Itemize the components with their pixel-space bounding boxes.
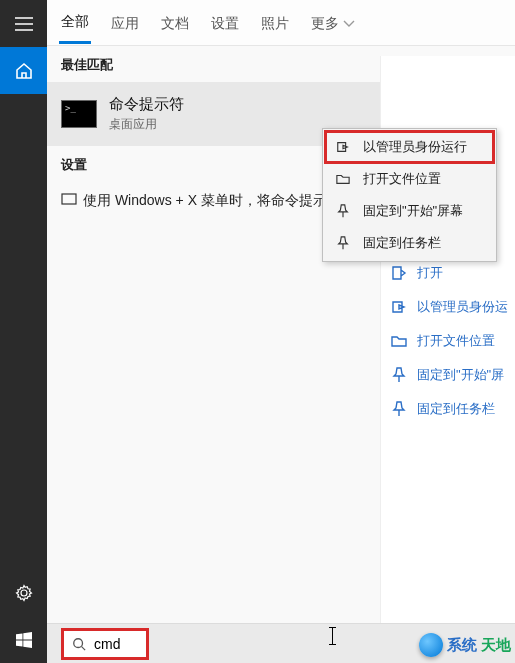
hamburger-icon: [15, 17, 33, 31]
settings-button[interactable]: [0, 569, 47, 616]
context-item-pin-taskbar[interactable]: 固定到任务栏: [325, 227, 494, 259]
context-item-label: 打开文件位置: [363, 170, 441, 188]
detail-link-label: 固定到"开始"屏: [417, 366, 504, 384]
tab-photos[interactable]: 照片: [259, 3, 291, 43]
search-input[interactable]: [94, 636, 138, 652]
home-icon: [15, 62, 33, 80]
settings-item-icon: [61, 193, 77, 205]
pin-start-icon: [336, 204, 350, 218]
context-menu: 以管理员身份运行 打开文件位置 固定到"开始"屏幕 固定到任务栏: [322, 128, 497, 262]
site-watermark: 系统天地: [419, 633, 511, 657]
svg-rect-0: [62, 194, 76, 204]
folder-open-icon: [336, 172, 350, 186]
cmd-icon: [61, 100, 97, 128]
pin-taskbar-icon: [391, 401, 407, 417]
context-item-label: 固定到任务栏: [363, 234, 441, 252]
detail-link-label: 固定到任务栏: [417, 400, 495, 418]
detail-link-label: 打开: [417, 264, 443, 282]
context-item-pin-start[interactable]: 固定到"开始"屏幕: [325, 195, 494, 227]
filter-tabs: 全部 应用 文档 设置 照片 更多: [47, 0, 515, 46]
hamburger-button[interactable]: [0, 0, 47, 47]
pin-start-icon: [391, 367, 407, 383]
open-icon: [391, 265, 407, 281]
chevron-down-icon: [343, 20, 355, 28]
folder-open-icon: [391, 333, 407, 349]
text-cursor-icon: [332, 627, 333, 645]
tab-docs[interactable]: 文档: [159, 3, 191, 43]
left-rail: [0, 0, 47, 663]
windows-icon: [16, 632, 32, 648]
watermark-logo-icon: [419, 633, 443, 657]
tab-more[interactable]: 更多: [309, 3, 357, 43]
context-item-open-location[interactable]: 打开文件位置: [325, 163, 494, 195]
detail-link-location[interactable]: 打开文件位置: [381, 324, 515, 358]
start-button[interactable]: [0, 616, 47, 663]
context-item-run-as-admin[interactable]: 以管理员身份运行: [325, 131, 494, 163]
search-box[interactable]: [61, 628, 149, 660]
context-item-label: 固定到"开始"屏幕: [363, 202, 463, 220]
pin-taskbar-icon: [336, 236, 350, 250]
tab-settings[interactable]: 设置: [209, 3, 241, 43]
detail-link-label: 打开文件位置: [417, 332, 495, 350]
tab-all[interactable]: 全部: [59, 1, 91, 44]
tab-more-label: 更多: [311, 15, 339, 31]
detail-link-admin[interactable]: 以管理员身份运: [381, 290, 515, 324]
watermark-text-a: 系统: [447, 636, 477, 655]
tab-apps[interactable]: 应用: [109, 3, 141, 43]
detail-link-pin-start[interactable]: 固定到"开始"屏: [381, 358, 515, 392]
search-bar: 系统天地: [47, 623, 515, 663]
watermark-text-b: 天地: [481, 636, 511, 655]
search-icon: [72, 637, 86, 651]
svg-point-1: [74, 638, 83, 647]
gear-icon: [15, 584, 33, 602]
context-item-label: 以管理员身份运行: [363, 138, 467, 156]
home-button[interactable]: [0, 47, 47, 94]
run-as-admin-icon: [336, 140, 350, 154]
search-results-panel: 全部 应用 文档 设置 照片 更多 最佳匹配 命令提示符 桌面应用 设置: [47, 0, 515, 663]
detail-link-pin-taskbar[interactable]: 固定到任务栏: [381, 392, 515, 426]
run-as-admin-icon: [391, 299, 407, 315]
detail-link-label: 以管理员身份运: [417, 298, 508, 316]
